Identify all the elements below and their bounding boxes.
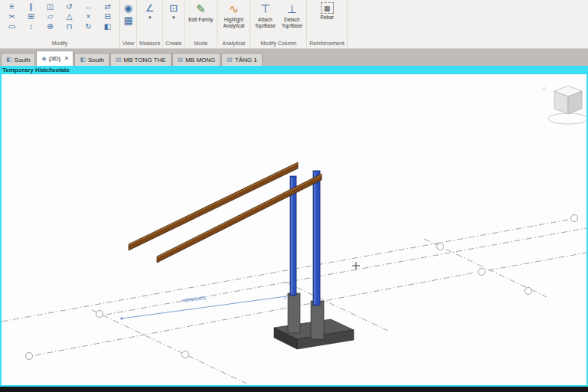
view-tab-t-ng-1[interactable]: ▤TẦNG 1 (221, 53, 262, 66)
dimension-start-dot (120, 317, 122, 319)
panel-body: ⊤Attach Top/Base⊥Detach Top/Base (253, 2, 304, 40)
ribbon-panel-modify: ≡∥◫↺↔⇄✂⊞▱△×⊟▭↕⊕⊓↻◧Modify (0, 0, 120, 48)
3d-scene: HBWAW01⌂ (2, 74, 586, 384)
array-icon[interactable]: ⊞ (21, 11, 41, 21)
move-icon[interactable]: ↔ (79, 2, 98, 11)
highlight-analytical-icon: ∿ (229, 2, 239, 16)
visibility-icon[interactable]: ◉ (124, 3, 132, 14)
drawing-area[interactable]: HBWAW01⌂ (0, 74, 588, 387)
rebar-button[interactable]: ▦Rebar (313, 2, 341, 21)
cope-icon[interactable]: ⊓ (60, 21, 79, 31)
grid-line[interactable] (106, 228, 586, 315)
grid-bubble[interactable] (96, 311, 103, 318)
grid-line[interactable] (92, 310, 247, 384)
tab-label: MB MONG (185, 57, 215, 64)
plan-icon: ▤ (116, 57, 122, 63)
view-tools: ◉▦ (123, 2, 132, 26)
panel-label: Measure (139, 40, 160, 47)
unjoin-icon[interactable]: ↻ (79, 21, 98, 31)
ribbon-panel-view: ◉▦View (120, 0, 137, 48)
paint-icon[interactable]: ◧ (98, 21, 117, 31)
viewcube-compass-ring[interactable] (548, 113, 586, 124)
revit-window: ≡∥◫↺↔⇄✂⊞▱△×⊟▭↕⊕⊓↻◧Modify◉▦View∠▾Measure⊡… (0, 0, 588, 392)
panel-body: ◉▦ (122, 2, 134, 40)
offset-icon[interactable]: ∥ (21, 2, 41, 11)
tab-label: TẦNG 1 (235, 57, 257, 64)
edit-family-icon: ✎ (196, 2, 206, 16)
view-tab-south[interactable]: ◧South (74, 53, 109, 66)
grid-bubble[interactable] (525, 288, 532, 295)
create-group-icon[interactable]: ⊡ (169, 3, 178, 14)
rebar-label: Rebar (320, 15, 334, 21)
grid-bubble[interactable] (182, 351, 189, 358)
highlight-analytical-button[interactable]: ∿Highlight Analytical (220, 2, 247, 28)
extend-icon[interactable]: ↕ (21, 21, 41, 31)
elevation-icon: ◧ (80, 57, 86, 63)
view-tab-mb-tong-the[interactable]: ▤MB TONG THE (110, 53, 172, 66)
highlight-analytical-label: Highlight Analytical (220, 17, 247, 28)
grid-bubble[interactable] (437, 243, 444, 250)
detach-top-base-button[interactable]: ⊥Detach Top/Base (279, 2, 304, 28)
grid-bubble[interactable] (26, 353, 33, 360)
tab-label: MB TONG THE (124, 57, 166, 64)
ribbon-panel-reinforcement: ▦RebarReinforcement (307, 0, 348, 48)
pin-icon[interactable]: ⊟ (98, 11, 117, 21)
dropdown-arrow-icon[interactable]: ▾ (149, 15, 152, 20)
dimension-label[interactable]: HBWAW01 (181, 295, 207, 303)
ribbon-panel-measure: ∠▾Measure (137, 0, 163, 48)
delete-icon[interactable]: × (79, 11, 98, 21)
edit-family-label: Edit Family (188, 17, 213, 23)
beam-highlight (157, 175, 322, 257)
temporary-hide-isolate-banner: Temporary Hide/Isolate (0, 66, 588, 74)
panel-label: Modify (2, 40, 117, 47)
create-tools: ⊡▾ (169, 2, 178, 20)
concrete-pedestal[interactable] (311, 301, 324, 339)
panel-body: ≡∥◫↺↔⇄✂⊞▱△×⊟▭↕⊕⊓↻◧ (2, 2, 117, 40)
rotate-icon[interactable]: ↺ (60, 2, 79, 11)
3d-view-icon: ◈ (41, 56, 46, 62)
panel-label: Create (165, 40, 181, 47)
copy-icon[interactable]: ⇄ (98, 2, 117, 11)
view-tab-bar: ◧South◈{3D}×◧South▤MB TONG THE▤MB MONG▤T… (0, 49, 588, 66)
plan-icon: ▤ (227, 57, 233, 63)
view-tab-mb-mong[interactable]: ▤MB MONG (172, 53, 221, 66)
align-icon[interactable]: ≡ (2, 2, 21, 11)
panel-body: ⊡▾ (165, 2, 181, 40)
viewcube-home-icon[interactable]: ⌂ (542, 84, 546, 92)
measure-tools: ∠▾ (145, 2, 155, 20)
attach-top-base-icon: ⊤ (260, 2, 270, 16)
edit-family-button[interactable]: ✎Edit Family (187, 2, 214, 23)
scale-icon[interactable]: ▱ (41, 11, 60, 21)
join-icon[interactable]: ⊕ (41, 21, 60, 31)
panel-label: Mode (187, 40, 214, 47)
mirror-icon[interactable]: ◫ (41, 2, 60, 11)
detach-top-base-icon: ⊥ (287, 2, 297, 16)
close-tab-icon[interactable]: × (64, 55, 68, 62)
graphics-icon[interactable]: ▦ (123, 15, 132, 26)
measure-icon[interactable]: ∠ (145, 3, 155, 14)
panel-body: ∠▾ (139, 2, 160, 40)
split-icon[interactable]: ✂ (2, 11, 21, 21)
attach-top-base-button[interactable]: ⊤Attach Top/Base (253, 2, 277, 28)
ribbon-panel-create: ⊡▾Create (163, 0, 185, 48)
status-bar (0, 387, 588, 392)
grid-bubble[interactable] (479, 269, 485, 276)
ribbon-panel-modify-column: ⊤Attach Top/Base⊥Detach Top/BaseModify C… (250, 0, 307, 48)
concrete-pedestal[interactable] (288, 293, 300, 333)
panel-body: ▦Rebar (309, 2, 345, 40)
view-tab-south[interactable]: ◧South (1, 53, 35, 66)
panel-label: Analytical (220, 40, 247, 47)
panel-label: Modify Column (253, 40, 304, 47)
trim-icon[interactable]: △ (60, 11, 79, 21)
match-icon[interactable]: ▭ (2, 21, 21, 31)
panel-body: ∿Highlight Analytical (220, 2, 247, 40)
ribbon-panel-analytical: ∿Highlight AnalyticalAnalytical (217, 0, 250, 48)
view-tab-3d[interactable]: ◈{3D}× (36, 51, 74, 66)
grid-line[interactable] (488, 253, 586, 270)
plan-icon: ▤ (178, 57, 184, 63)
temporary-hide-isolate-label: Temporary Hide/Isolate (2, 67, 70, 74)
grid-bubble[interactable] (571, 215, 578, 222)
dropdown-arrow-icon[interactable]: ▾ (172, 15, 175, 20)
steel-column[interactable] (313, 171, 320, 305)
ribbon: ≡∥◫↺↔⇄✂⊞▱△×⊟▭↕⊕⊓↻◧Modify◉▦View∠▾Measure⊡… (0, 0, 588, 49)
